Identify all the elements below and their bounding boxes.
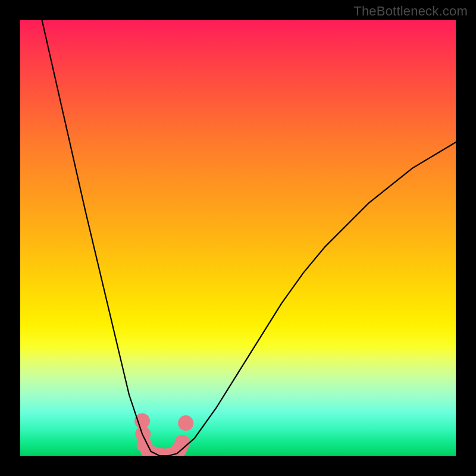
marker-cluster [134,413,193,456]
chart-svg [20,20,456,456]
bottleneck-curve-line [42,20,456,456]
marker-dot [178,415,193,431]
watermark-text: TheBottleneck.com [353,4,468,19]
marker-dot [174,435,190,450]
